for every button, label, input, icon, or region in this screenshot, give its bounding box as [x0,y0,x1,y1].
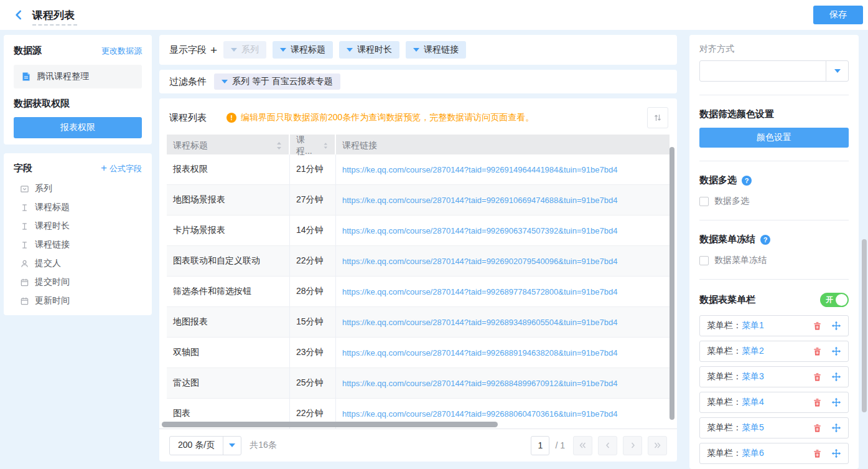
next-page-button[interactable] [623,436,642,455]
add-display-field-button[interactable]: + [210,44,217,56]
move-icon[interactable] [831,448,841,458]
cell-course-link: https://ke.qq.com/course/2870144?taid=99… [336,185,670,215]
course-link[interactable]: https://ke.qq.com/course/2870144?taid=99… [342,287,617,296]
table-horizontal-scrollbar[interactable] [162,422,498,427]
column-header-course-title[interactable]: 课程标题 [167,135,290,157]
calendar-icon [20,278,29,287]
delete-icon[interactable] [813,321,822,331]
cell-course-duration: 25分钟 [290,368,336,398]
multiselect-checkbox-row[interactable]: 数据多选 [699,196,849,207]
help-icon[interactable]: ? [742,176,752,186]
chevron-down-icon [413,48,419,52]
filter-bar: 过滤条件 系列 等于 百宝云报表专题 [159,70,677,93]
page-vertical-scrollbar[interactable] [862,239,867,412]
color-setting-title: 数据筛选颜色设置 [699,108,849,120]
display-tag-course-link[interactable]: 课程链接 [406,41,466,59]
save-button[interactable]: 保存 [813,6,863,24]
datasource-name: 腾讯课程整理 [37,71,89,82]
delete-icon[interactable] [813,372,822,382]
field-item-submit-time[interactable]: 提交时间 [14,273,142,291]
last-page-button[interactable] [648,436,667,455]
add-formula-field-link[interactable]: +公式字段 [101,162,142,174]
datasource-item[interactable]: 腾讯课程整理 [14,65,142,88]
chevron-down-icon [229,443,235,447]
cell-course-title: 筛选条件和筛选按钮 [167,277,290,306]
table-row: 筛选条件和筛选按钮 28分钟 https://ke.qq.com/course/… [167,277,670,307]
sort-order-icon [653,113,663,123]
divider [699,279,849,280]
course-link[interactable]: https://ke.qq.com/course/2870144?taid=99… [342,348,617,358]
delete-icon[interactable] [813,398,822,407]
display-fields-label: 显示字段 [169,44,207,56]
text-field-icon [20,222,29,231]
report-permission-button[interactable]: 报表权限 [14,117,142,138]
move-icon[interactable] [831,372,841,382]
move-icon[interactable] [831,346,841,356]
menu-bar-item: 菜单栏：菜单1 [699,315,849,336]
align-select[interactable] [699,60,849,82]
sort-arrows-icon[interactable] [323,141,329,150]
cell-course-link: https://ke.qq.com/course/2870144?taid=99… [336,216,670,245]
course-link[interactable]: https://ke.qq.com/course/2870144?taid=99… [342,379,617,388]
top-bar: 课程列表 保存 [0,0,868,30]
course-link[interactable]: https://ke.qq.com/course/2870144?taid=99… [342,196,617,205]
move-icon[interactable] [831,397,841,407]
page-size-select[interactable]: 200 条/页 [169,436,241,455]
table-row: 卡片场景报表 14分钟 https://ke.qq.com/course/287… [167,216,670,246]
cell-course-title: 报表权限 [167,154,290,184]
cell-course-link: https://ke.qq.com/course/2870144?taid=99… [336,338,670,367]
cell-course-link: https://ke.qq.com/course/2870144?taid=99… [336,368,670,398]
chevron-left-icon [604,442,612,449]
table-vertical-scrollbar[interactable] [670,147,674,420]
delete-icon[interactable] [813,449,822,458]
page-number-input[interactable]: 1 [531,436,549,455]
field-item-series[interactable]: 系列 [14,179,142,198]
sort-arrows-icon[interactable] [276,141,282,150]
sort-order-button[interactable] [647,107,668,128]
field-item-submitter[interactable]: 提交人 [14,254,142,273]
first-page-button[interactable] [573,436,592,455]
display-tag-course-title[interactable]: 课程标题 [273,41,333,59]
course-link[interactable]: https://ke.qq.com/course/2870144?taid=99… [342,165,617,174]
align-label: 对齐方式 [699,44,849,55]
datasource-panel: 数据源 更改数据源 腾讯课程整理 数据获取权限 报表权限 [4,35,152,144]
move-icon[interactable] [831,423,841,433]
menu-name-link[interactable]: 菜单2 [742,346,764,357]
field-item-course-title[interactable]: 课程标题 [14,198,142,217]
menu-name-link[interactable]: 菜单6 [742,448,764,459]
change-datasource-link[interactable]: 更改数据源 [101,45,142,57]
move-icon[interactable] [831,321,841,331]
back-icon[interactable] [12,9,25,21]
field-item-update-time[interactable]: 更新时间 [14,291,142,310]
delete-icon[interactable] [813,424,822,433]
menu-name-link[interactable]: 菜单5 [742,422,764,433]
freeze-checkbox-row[interactable]: 数据菜单冻结 [699,255,849,266]
menu-bar-list: 菜单栏：菜单1 菜单栏：菜单2 菜单栏：菜单3 菜单栏：菜单4 [699,315,849,464]
course-link[interactable]: https://ke.qq.com/course/2870144?taid=99… [342,226,617,235]
field-item-course-duration[interactable]: 课程时长 [14,217,142,235]
display-tag-series[interactable]: 系列 [223,41,266,59]
table-row: 地图报表 15分钟 https://ke.qq.com/course/28701… [167,307,670,338]
course-link[interactable]: https://ke.qq.com/course/2870144?taid=99… [342,318,617,327]
filter-label: 过滤条件 [169,76,207,88]
menubar-toggle[interactable]: 开 [820,293,849,307]
menu-name-link[interactable]: 菜单4 [742,397,764,408]
menu-name-link[interactable]: 菜单3 [742,371,764,382]
course-link[interactable]: https://ke.qq.com/course/2870144?taid=99… [342,257,617,266]
menu-name-link[interactable]: 菜单1 [742,320,764,331]
freeze-checkbox[interactable] [699,256,709,265]
delete-icon[interactable] [813,347,822,356]
cell-course-title: 雷达图 [167,368,290,398]
display-tag-course-duration[interactable]: 课程时长 [339,41,399,59]
course-link[interactable]: https://ke.qq.com/course/2870144?taid=99… [342,409,617,419]
previous-page-button[interactable] [598,436,617,455]
double-chevron-left-icon [579,442,587,449]
fields-title: 字段 [14,163,32,174]
table-row: 报表权限 21分钟 https://ke.qq.com/course/28701… [167,154,670,185]
filter-tag[interactable]: 系列 等于 百宝云报表专题 [214,73,340,90]
color-setting-button[interactable]: 颜色设置 [699,128,849,148]
help-icon[interactable]: ? [760,235,770,245]
field-item-course-link[interactable]: 课程链接 [14,235,142,254]
multiselect-checkbox[interactable] [699,197,709,206]
column-header-course-duration[interactable]: 课程... [290,135,336,157]
